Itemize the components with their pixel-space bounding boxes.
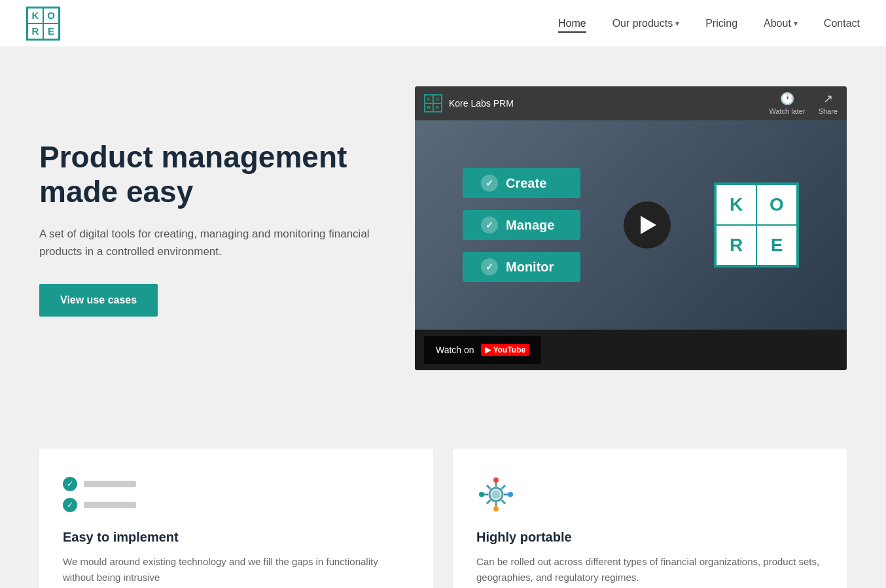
nav-item-contact[interactable]: Contact	[824, 18, 860, 29]
gear-icon	[476, 475, 516, 514]
check-line	[84, 502, 136, 508]
youtube-bar[interactable]: Watch on ▶ YouTube	[415, 330, 847, 370]
check-icon: ✓	[481, 175, 498, 192]
checklist-row-2: ✓	[63, 498, 136, 512]
feature-card-highly-portable: Highly portable Can be rolled out across…	[453, 449, 847, 588]
feature-title-easy-implement: Easy to implement	[63, 530, 410, 545]
svg-line-7	[487, 500, 491, 504]
chevron-down-icon: ▾	[794, 19, 798, 28]
youtube-brand: YouTube	[493, 345, 526, 355]
clock-icon: 🕐	[780, 92, 794, 106]
video-item-monitor: ✓ Monitor	[463, 252, 580, 282]
feature-desc-easy-implement: We mould around existing technology and …	[63, 554, 410, 585]
feature-desc-highly-portable: Can be rolled out across different types…	[476, 554, 823, 585]
feature-card-easy-implement: ✓ ✓ Easy to implement We mould around ex…	[39, 449, 433, 588]
logo[interactable]: K O R E	[26, 7, 60, 41]
feature-icon-gear	[476, 475, 823, 514]
hero-subtitle: A set of digital tools for creating, man…	[39, 225, 380, 260]
check-icon: ✓	[481, 216, 498, 233]
feature-title-highly-portable: Highly portable	[476, 530, 823, 545]
video-channel-name: Kore Labs PRM	[449, 98, 514, 109]
check-icon: ✓	[481, 258, 498, 275]
video-logo-small: K O R E	[424, 94, 442, 112]
logo-e: E	[43, 24, 59, 39]
chevron-down-icon: ▾	[675, 19, 679, 28]
hero-video: K O R E Kore Labs PRM 🕐 Watch later ↗ Sh…	[415, 86, 847, 370]
hero-title: Product management made easy	[39, 140, 380, 209]
nav-item-pricing[interactable]: Pricing	[705, 18, 737, 29]
logo-o: O	[43, 8, 59, 24]
play-button[interactable]	[624, 201, 671, 249]
share-icon: ↗	[823, 92, 833, 106]
nav-item-our-products[interactable]: Our products ▾	[612, 18, 679, 29]
nav-link-contact[interactable]: Contact	[824, 18, 860, 29]
video-topbar: K O R E Kore Labs PRM 🕐 Watch later ↗ Sh…	[415, 86, 847, 120]
kore-logo-large: K O R E	[714, 182, 799, 268]
nav-link-about[interactable]: About ▾	[764, 18, 798, 29]
svg-point-9	[493, 477, 499, 483]
svg-point-11	[479, 492, 484, 497]
share-button[interactable]: ↗ Share	[819, 92, 838, 115]
navbar: K O R E Home Our products ▾ Pricing Abou…	[0, 0, 886, 47]
check-circle-icon: ✓	[63, 477, 77, 491]
share-label: Share	[819, 107, 838, 115]
nav-item-about[interactable]: About ▾	[764, 18, 798, 29]
svg-point-13	[491, 490, 501, 499]
logo-k: K	[27, 8, 43, 24]
hero-text: Product management made easy A set of di…	[39, 140, 380, 317]
svg-line-8	[501, 485, 505, 489]
feature-icon-checklist: ✓ ✓	[63, 475, 410, 514]
youtube-play-icon: ▶	[485, 345, 491, 355]
nav-link-pricing[interactable]: Pricing	[705, 18, 737, 29]
play-triangle-icon	[641, 216, 656, 234]
nav-links: Home Our products ▾ Pricing About ▾ Cont…	[558, 18, 860, 29]
view-use-cases-button[interactable]: View use cases	[39, 284, 158, 317]
checklist-row-1: ✓	[63, 477, 136, 491]
checklist-icon: ✓ ✓	[63, 477, 136, 512]
hero-section: Product management made easy A set of di…	[0, 47, 886, 423]
video-topbar-left: K O R E Kore Labs PRM	[424, 94, 514, 112]
logo-r: R	[27, 24, 43, 39]
video-content: ✓ Create ✓ Manage ✓ Monitor K O R E	[415, 120, 847, 330]
svg-line-5	[487, 485, 491, 489]
video-topbar-right: 🕐 Watch later ↗ Share	[769, 92, 838, 115]
watch-later-button[interactable]: 🕐 Watch later	[769, 92, 805, 115]
video-item-create: ✓ Create	[463, 168, 580, 198]
video-items: ✓ Create ✓ Manage ✓ Monitor	[463, 168, 580, 282]
youtube-watch-button[interactable]: Watch on ▶ YouTube	[424, 336, 541, 364]
check-circle-icon: ✓	[63, 498, 77, 512]
check-line	[84, 481, 136, 487]
svg-point-12	[493, 506, 499, 511]
watch-on-label: Watch on	[436, 345, 474, 355]
watch-later-label: Watch later	[769, 107, 805, 115]
nav-link-our-products[interactable]: Our products ▾	[612, 18, 679, 29]
nav-link-home[interactable]: Home	[558, 18, 586, 33]
youtube-logo: ▶ YouTube	[481, 344, 530, 356]
video-item-manage: ✓ Manage	[463, 210, 580, 240]
nav-item-home[interactable]: Home	[558, 18, 586, 29]
features-section: ✓ ✓ Easy to implement We mould around ex…	[0, 423, 886, 588]
svg-line-6	[501, 500, 505, 504]
svg-point-10	[508, 492, 513, 497]
